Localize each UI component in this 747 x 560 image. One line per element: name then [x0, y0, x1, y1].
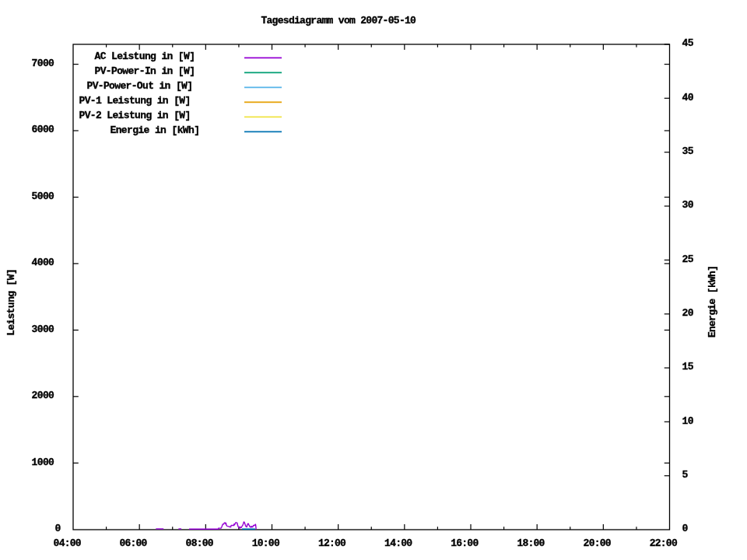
svg-text:12:00: 12:00: [318, 537, 346, 549]
svg-text:5: 5: [682, 469, 689, 481]
svg-text:0: 0: [682, 523, 689, 534]
svg-text:3000: 3000: [32, 324, 54, 335]
svg-text:20: 20: [682, 307, 694, 319]
svg-text:0: 0: [55, 523, 61, 534]
svg-text:AC Leistung in [W]: AC Leistung in [W]: [95, 51, 196, 62]
svg-text:20:00: 20:00: [584, 537, 612, 549]
svg-text:10:00: 10:00: [252, 537, 280, 549]
svg-text:7000: 7000: [32, 58, 54, 69]
svg-text:08:00: 08:00: [186, 537, 214, 549]
svg-text:10: 10: [682, 415, 694, 427]
svg-text:30: 30: [682, 199, 694, 211]
svg-text:35: 35: [682, 145, 694, 157]
svg-text:PV-2 Leistung in [W]: PV-2 Leistung in [W]: [79, 110, 191, 121]
svg-text:Energie in [kWh]: Energie in [kWh]: [110, 124, 201, 136]
svg-text:14:00: 14:00: [384, 537, 412, 549]
svg-text:22:00: 22:00: [650, 537, 678, 549]
svg-text:16:00: 16:00: [451, 537, 479, 549]
svg-text:PV-Power-In in [W]: PV-Power-In in [W]: [95, 65, 196, 77]
svg-text:04:00: 04:00: [54, 537, 82, 549]
svg-text:Tagesdiagramm vom 2007-05-10: Tagesdiagramm vom 2007-05-10: [261, 15, 416, 26]
svg-text:40: 40: [682, 92, 694, 103]
svg-text:Leistung [W]: Leistung [W]: [5, 268, 17, 336]
svg-text:15: 15: [682, 361, 694, 373]
svg-text:PV-1 Leistung in [W]: PV-1 Leistung in [W]: [79, 95, 191, 107]
svg-text:2000: 2000: [32, 390, 54, 401]
svg-text:25: 25: [682, 254, 694, 265]
svg-text:1000: 1000: [32, 457, 54, 468]
svg-text:5000: 5000: [32, 191, 54, 202]
svg-text:06:00: 06:00: [119, 537, 147, 549]
svg-text:18:00: 18:00: [517, 537, 545, 549]
svg-text:6000: 6000: [32, 124, 54, 135]
svg-text:Energie [kWh]: Energie [kWh]: [707, 265, 718, 338]
svg-text:45: 45: [682, 37, 694, 49]
svg-text:PV-Power-Out in [W]: PV-Power-Out in [W]: [87, 80, 194, 92]
svg-text:4000: 4000: [32, 257, 54, 268]
